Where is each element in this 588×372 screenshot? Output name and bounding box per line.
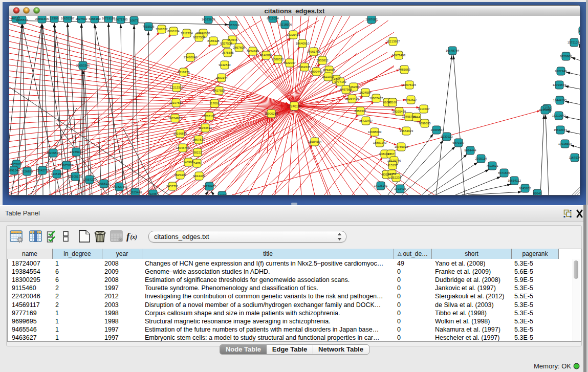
svg-text:12342737: 12342737 [36, 169, 50, 172]
svg-text:20206536: 20206536 [47, 151, 60, 155]
svg-text:10025438: 10025438 [393, 110, 406, 113]
svg-text:9463627: 9463627 [405, 98, 417, 101]
svg-text:10958137: 10958137 [97, 182, 111, 185]
svg-text:20691406: 20691406 [35, 17, 49, 20]
svg-text:7955812: 7955812 [316, 59, 329, 62]
svg-text:18807249: 18807249 [373, 141, 387, 144]
svg-text:8660124: 8660124 [167, 30, 180, 33]
svg-text:10107552: 10107552 [169, 101, 183, 104]
svg-text:10654112: 10654112 [508, 179, 521, 182]
svg-text:140993: 140993 [183, 161, 194, 164]
svg-text:16120746: 16120746 [387, 159, 401, 162]
svg-text:154546: 154546 [227, 38, 238, 41]
svg-text:38222: 38222 [193, 151, 202, 154]
svg-text:(x): (x) [130, 234, 138, 240]
svg-text:9227349: 9227349 [555, 70, 567, 73]
svg-text:252234: 252234 [391, 176, 402, 179]
svg-text:19309: 19309 [50, 17, 59, 20]
svg-text:19975887: 19975887 [60, 164, 74, 167]
svg-text:15720407: 15720407 [359, 119, 373, 122]
svg-text:12444195: 12444195 [553, 99, 567, 102]
svg-text:6914479: 6914479 [193, 174, 205, 178]
svg-text:1733426: 1733426 [394, 187, 406, 190]
svg-text:9242843: 9242843 [219, 63, 231, 67]
svg-text:2803144: 2803144 [215, 76, 228, 79]
svg-text:10655287: 10655287 [61, 17, 75, 20]
svg-text:1588520: 1588520 [272, 58, 284, 61]
svg-text:23226058: 23226058 [197, 32, 210, 35]
svg-text:1405571: 1405571 [16, 18, 28, 21]
svg-text:19166825: 19166825 [173, 132, 187, 135]
svg-text:11123: 11123 [579, 29, 580, 32]
svg-text:20364436: 20364436 [345, 97, 359, 100]
svg-text:3213407: 3213407 [418, 107, 430, 111]
svg-text:1145194: 1145194 [51, 172, 63, 176]
svg-text:7357224: 7357224 [227, 24, 239, 27]
svg-text:16782759: 16782759 [113, 185, 126, 188]
svg-text:7515526: 7515526 [142, 25, 155, 28]
svg-text:10807487: 10807487 [369, 97, 383, 100]
svg-text:9329966: 9329966 [560, 55, 572, 58]
svg-text:17957223: 17957223 [83, 178, 97, 181]
svg-text:12213313: 12213313 [170, 86, 184, 89]
svg-text:19654923: 19654923 [400, 129, 413, 133]
svg-text:20053346: 20053346 [76, 64, 90, 67]
svg-text:9457791: 9457791 [166, 185, 179, 188]
svg-text:18640910: 18640910 [296, 42, 310, 45]
svg-text:15900283: 15900283 [265, 112, 278, 115]
svg-text:6879197: 6879197 [452, 141, 465, 144]
svg-text:14627: 14627 [218, 194, 227, 195]
svg-text:5489: 5489 [193, 162, 201, 165]
svg-text:15692971: 15692971 [554, 128, 568, 132]
svg-text:3867834: 3867834 [192, 138, 205, 141]
svg-text:115132: 115132 [387, 164, 398, 167]
svg-text:2935114: 2935114 [475, 157, 488, 160]
svg-text:9899695: 9899695 [419, 122, 431, 125]
svg-text:92160: 92160 [388, 101, 397, 104]
svg-text:9245: 9245 [149, 192, 157, 195]
svg-text:10688609: 10688609 [368, 130, 382, 134]
svg-text:9474444: 9474444 [464, 149, 476, 152]
svg-text:2718176: 2718176 [178, 71, 190, 74]
svg-text:7485063: 7485063 [398, 68, 410, 71]
svg-text:39154: 39154 [10, 169, 18, 172]
svg-text:117006: 117006 [209, 102, 220, 105]
svg-text:15716485: 15716485 [203, 185, 216, 188]
svg-text:12975115: 12975115 [403, 83, 417, 86]
svg-text:3215953: 3215953 [539, 108, 551, 112]
svg-text:3624554: 3624554 [359, 91, 372, 94]
svg-text:1167534: 1167534 [569, 156, 580, 159]
svg-text:8990443: 8990443 [310, 70, 322, 73]
svg-text:5933923: 5933923 [441, 135, 453, 138]
svg-text:1156829: 1156829 [21, 170, 34, 173]
svg-text:18046796: 18046796 [176, 146, 190, 149]
svg-text:12823448: 12823448 [128, 191, 142, 194]
svg-text:1355061: 1355061 [10, 163, 23, 166]
svg-text:16033809: 16033809 [202, 18, 215, 21]
svg-text:7625402: 7625402 [174, 173, 186, 177]
svg-text:1640954: 1640954 [430, 128, 443, 132]
svg-text:9367: 9367 [387, 152, 395, 156]
svg-text:7386372: 7386372 [354, 110, 366, 113]
svg-text:1527602: 1527602 [75, 17, 88, 20]
svg-text:11353594: 11353594 [199, 126, 212, 129]
svg-text:15751074: 15751074 [568, 41, 580, 44]
svg-text:3675685: 3675685 [222, 51, 234, 54]
svg-text:8471676: 8471676 [498, 171, 510, 174]
svg-text:10671: 10671 [130, 19, 139, 22]
svg-text:1362635: 1362635 [298, 65, 311, 69]
svg-text:16648784: 16648784 [446, 49, 460, 52]
svg-text:8454749: 8454749 [247, 50, 259, 53]
svg-text:14961758: 14961758 [307, 50, 321, 53]
svg-text:3912954: 3912954 [181, 32, 193, 35]
svg-text:9777169: 9777169 [334, 80, 346, 83]
svg-text:12505135: 12505135 [69, 175, 82, 178]
svg-text:8267130: 8267130 [203, 115, 215, 118]
svg-text:16671385: 16671385 [114, 18, 128, 21]
svg-text:9146821: 9146821 [260, 54, 272, 57]
svg-text:23420046: 23420046 [184, 56, 198, 59]
svg-text:8444: 8444 [413, 116, 420, 119]
svg-text:6466160: 6466160 [89, 17, 101, 20]
svg-text:10756928: 10756928 [395, 145, 408, 148]
svg-text:9327503: 9327503 [193, 36, 205, 39]
